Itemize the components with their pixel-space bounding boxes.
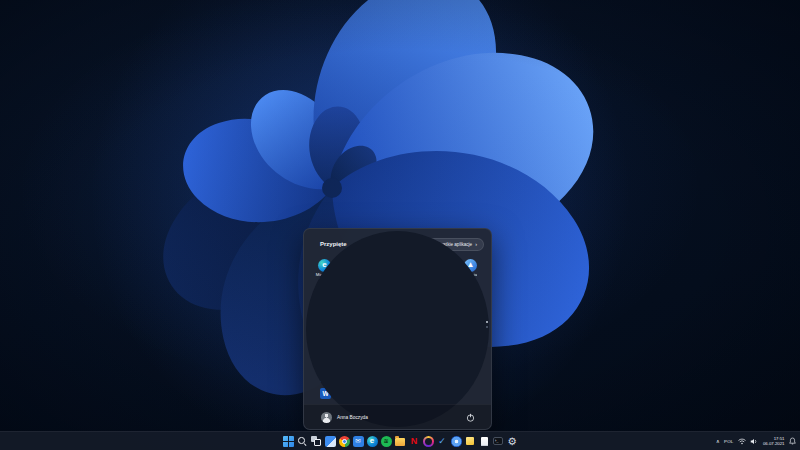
photos-icon: [451, 436, 462, 447]
wifi-icon[interactable]: [738, 438, 746, 445]
desktop[interactable]: Przypięte Wszystkie aplikacje › eMicroso…: [0, 0, 800, 450]
photos-button[interactable]: [450, 435, 462, 448]
spotify-button[interactable]: ≋: [380, 435, 392, 448]
edge-button[interactable]: e: [366, 435, 378, 448]
windows-start-icon: [283, 436, 294, 447]
mail-button[interactable]: ✉: [352, 435, 364, 448]
user-profile-button[interactable]: Anna Boczyda: [321, 412, 368, 423]
language-indicator[interactable]: POL: [724, 439, 733, 444]
pinned-apps-grid: eMicrosoft EdgeWWordXExcelPPowerPoint⊞Mi…: [310, 257, 485, 342]
power-button[interactable]: [464, 411, 477, 424]
document-button[interactable]: [478, 435, 490, 448]
chevron-right-icon: ›: [475, 242, 477, 248]
windows-start-button[interactable]: [282, 435, 294, 448]
terminal-icon: ›_: [493, 437, 503, 445]
pager-dot: [486, 326, 488, 328]
edge-icon: e: [367, 436, 378, 447]
tray-chevron-up-icon[interactable]: ∧: [716, 438, 720, 444]
document-icon: [481, 437, 488, 446]
mail-icon: ✉: [353, 436, 364, 447]
start-menu: Przypięte Wszystkie aplikacje › eMicroso…: [303, 228, 492, 430]
netflix-icon: N: [409, 436, 420, 447]
widgets-button[interactable]: [324, 435, 336, 448]
terminal-button[interactable]: ›_: [492, 435, 504, 448]
widgets-icon: [325, 436, 336, 447]
pinned-pager[interactable]: [486, 321, 488, 328]
task-view-button[interactable]: [310, 435, 322, 448]
taskbar-center-icons: ✉e≋N✓›_⚙: [282, 432, 518, 450]
system-tray: ∧ POL 17:51 06.07.2021: [716, 432, 796, 450]
sticky-notes-button[interactable]: [464, 435, 476, 448]
file-explorer-button[interactable]: [394, 435, 406, 448]
task-view-icon: [311, 436, 322, 447]
tray-date: 06.07.2021: [763, 441, 785, 446]
chrome-button[interactable]: [338, 435, 350, 448]
search-button[interactable]: [296, 435, 308, 448]
pinned-header: Przypięte: [320, 241, 347, 247]
to-do-button[interactable]: ✓: [436, 435, 448, 448]
to-do-icon: ✓: [437, 436, 448, 447]
user-name: Anna Boczyda: [337, 415, 368, 420]
netflix-button[interactable]: N: [408, 435, 420, 448]
pager-dot-active: [486, 321, 488, 323]
volume-icon[interactable]: [750, 438, 758, 445]
spotify-icon: ≋: [381, 436, 392, 447]
power-icon: [466, 413, 475, 422]
settings-button[interactable]: ⚙: [506, 435, 518, 448]
taskbar: ✉e≋N✓›_⚙ ∧ POL 17:51 06.07.2021: [0, 431, 800, 450]
clock[interactable]: 17:51 06.07.2021: [763, 436, 785, 447]
instagram-icon: ◎: [406, 317, 419, 330]
settings-icon: ⚙: [507, 436, 518, 447]
search-icon: [297, 436, 308, 447]
pinned-app-instagram[interactable]: ◎Instagram: [397, 315, 426, 342]
file-explorer-icon: [395, 438, 405, 446]
chrome-icon: [339, 436, 350, 447]
sticky-notes-icon: [466, 437, 474, 446]
start-menu-footer: Anna Boczyda: [304, 404, 491, 429]
notification-bell-icon[interactable]: [789, 437, 796, 445]
instagram-icon: [423, 436, 434, 447]
instagram-button[interactable]: [422, 435, 434, 448]
user-avatar: [321, 412, 332, 423]
